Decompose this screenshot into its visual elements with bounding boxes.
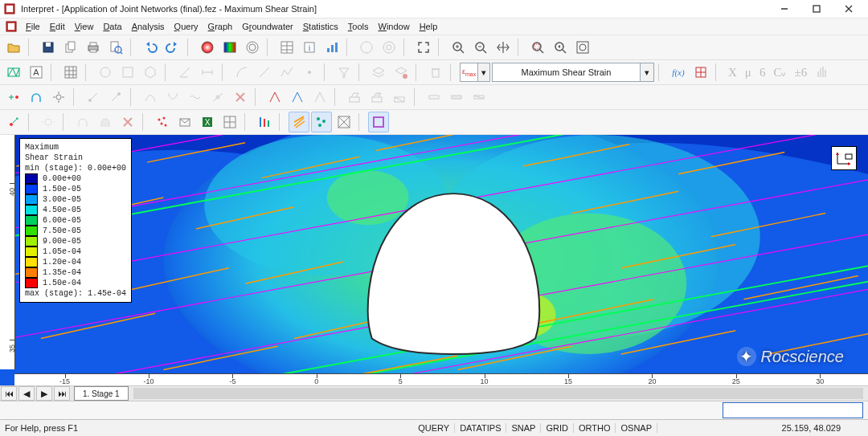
menu-tools[interactable]: Tools (343, 20, 374, 33)
grid-toggle-button[interactable] (219, 112, 240, 132)
menu-analysis[interactable]: Analysis (127, 20, 170, 33)
draw-arc-button[interactable] (231, 62, 252, 83)
add-query-button[interactable] (3, 112, 24, 132)
layer-remove-button[interactable] (391, 62, 411, 83)
scatter-r-button[interactable] (152, 112, 173, 132)
bars-button[interactable] (254, 112, 275, 132)
status-ortho[interactable]: ORTHO (574, 423, 616, 433)
tool-angle-button[interactable] (174, 62, 195, 83)
zoom-extents-button[interactable] (413, 37, 434, 58)
status-snap[interactable]: SNAP (506, 423, 541, 433)
tab-next-button[interactable]: ▶ (36, 386, 52, 401)
vector-r-button[interactable] (264, 87, 285, 108)
filter-button[interactable] (334, 62, 354, 83)
beam-2-button[interactable] (446, 87, 467, 108)
redo-button[interactable] (162, 37, 183, 58)
vector-b-button[interactable] (287, 87, 308, 108)
plot-viewport[interactable]: 40 35 -15-10-5051015202530 Maximum Shear… (0, 135, 868, 385)
menu-groundwater[interactable]: Groundwater (237, 20, 298, 33)
show-mesh-button[interactable] (334, 112, 354, 132)
shape-square-button[interactable] (117, 62, 138, 83)
tab-first-button[interactable]: ⏮ (1, 386, 17, 401)
zoom-window-button[interactable] (527, 37, 548, 58)
show-boundary-button[interactable] (368, 112, 389, 132)
settings-icon[interactable] (48, 87, 69, 108)
histogram-button[interactable] (812, 62, 833, 83)
chart-button[interactable] (321, 37, 342, 58)
tab-prev-button[interactable]: ◀ (18, 386, 35, 401)
draw-line-button[interactable] (254, 62, 275, 83)
tunnel2-button[interactable] (72, 112, 93, 132)
save-button[interactable] (38, 37, 59, 58)
extrude-2-button[interactable] (366, 87, 387, 108)
status-datatips[interactable]: DATATIPS (455, 423, 506, 433)
clear-button[interactable] (117, 112, 138, 132)
menu-edit[interactable]: Edit (45, 20, 70, 33)
minimize-button[interactable] (768, 0, 800, 18)
table-button[interactable] (276, 37, 297, 58)
tunnel3-button[interactable] (95, 112, 116, 132)
curve-2-button[interactable] (162, 87, 183, 108)
combo-arrow-icon[interactable]: ▾ (640, 63, 653, 81)
info-button[interactable]: i (299, 37, 320, 58)
shape-hexagon-button[interactable] (140, 62, 161, 83)
show-joints-button[interactable] (289, 112, 309, 132)
draw-marker-button[interactable] (299, 62, 320, 83)
app-menu-icon[interactable] (5, 20, 18, 33)
show-yielded-button[interactable] (311, 112, 332, 132)
beam-3-button[interactable] (469, 87, 489, 108)
contour-options-button[interactable] (242, 37, 263, 58)
curve-1-button[interactable] (140, 87, 161, 108)
excel-button[interactable]: X (197, 112, 218, 132)
extrude-3-button[interactable] (389, 87, 410, 108)
pan-button[interactable] (493, 37, 514, 58)
text-button[interactable]: A (26, 62, 47, 83)
menu-window[interactable]: Window (373, 20, 414, 33)
envelope-button[interactable] (174, 112, 195, 132)
command-input[interactable] (723, 402, 863, 418)
probe-2-button[interactable] (105, 87, 126, 108)
shape-circle-button[interactable] (95, 62, 116, 83)
open-button[interactable] (3, 37, 24, 58)
curve-3-button[interactable] (185, 87, 206, 108)
zoom-in-button[interactable] (448, 37, 469, 58)
fx-button[interactable]: f(x) (668, 62, 689, 83)
menu-file[interactable]: File (21, 20, 45, 33)
curve-4-button[interactable] (207, 87, 228, 108)
layer-button[interactable] (368, 62, 389, 83)
sigma1-button[interactable] (356, 37, 377, 58)
menu-query[interactable]: Query (170, 20, 203, 33)
menu-statistics[interactable]: Statistics (298, 20, 343, 33)
add-point-button[interactable] (3, 87, 24, 108)
tunnel-icon[interactable] (26, 87, 47, 108)
result-type-arrow[interactable]: ▾ (477, 63, 489, 81)
zoom-all-button[interactable] (572, 37, 593, 58)
tool-distance-button[interactable] (197, 62, 218, 83)
menu-graph[interactable]: Graph (203, 20, 238, 33)
probe-1-button[interactable] (83, 87, 104, 108)
menu-view[interactable]: View (70, 20, 99, 33)
horizontal-scrollbar[interactable] (133, 388, 863, 399)
grid-display-button[interactable] (60, 62, 81, 83)
draw-polyline-button[interactable] (276, 62, 297, 83)
close-button[interactable] (833, 0, 865, 18)
beam-1-button[interactable] (424, 87, 444, 108)
stage-tab[interactable]: 1. Stage 1 (74, 386, 129, 401)
print-button[interactable] (83, 37, 104, 58)
menu-data[interactable]: Data (98, 20, 126, 33)
tab-last-button[interactable]: ⏭ (54, 386, 70, 401)
gradient-button[interactable] (219, 37, 240, 58)
light-button[interactable] (38, 112, 59, 132)
undo-button[interactable] (140, 37, 161, 58)
grid-selection-button[interactable] (690, 62, 711, 83)
sigma3-button[interactable] (379, 37, 399, 58)
mesh-quality-button[interactable] (3, 62, 24, 83)
extrude-1-button[interactable] (344, 87, 365, 108)
zoom-previous-button[interactable] (550, 37, 571, 58)
result-combo[interactable]: Maximum Shear Strain ▾ (492, 63, 654, 82)
print-preview-button[interactable] (105, 37, 126, 58)
maximize-button[interactable] (800, 0, 833, 18)
zoom-out-button[interactable] (470, 37, 491, 58)
status-query[interactable]: QUERY (413, 423, 455, 433)
menu-help[interactable]: Help (415, 20, 443, 33)
